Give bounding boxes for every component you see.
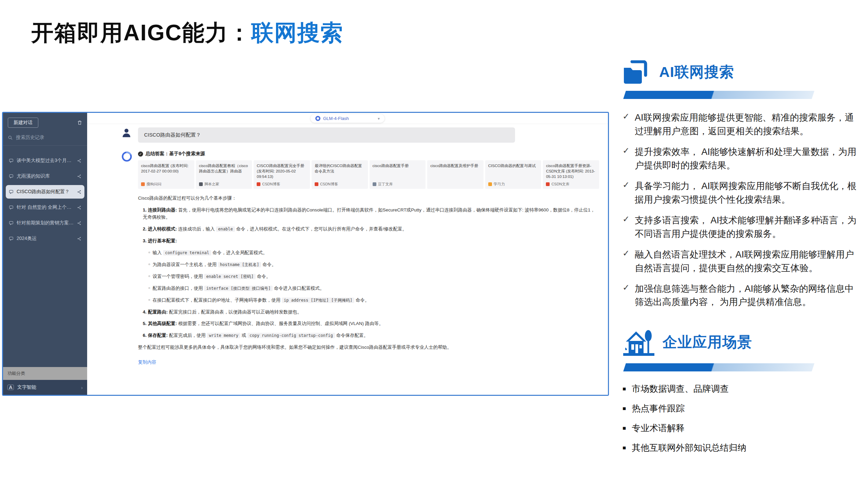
check-icon: ✓: [623, 282, 630, 309]
site-favicon-icon: [315, 182, 318, 186]
site-name: 豆丁文库: [378, 182, 393, 187]
sidebar-divider: [3, 145, 87, 146]
new-chat-button[interactable]: 新建对话: [8, 118, 38, 128]
bold-text: 进入特权模式:: [148, 226, 177, 231]
source-card[interactable]: CISCO路由器的配置与调试学习力: [485, 160, 541, 189]
share-icon[interactable]: [77, 221, 81, 225]
inline-code: configure terminal: [163, 250, 211, 256]
share-icon[interactable]: [77, 237, 81, 241]
sidebar-spacer: [3, 245, 87, 367]
source-card[interactable]: cisco路由器配置手册豆丁文库: [370, 160, 426, 189]
model-selector[interactable]: GLM-4-Flash ▾: [311, 114, 384, 123]
line-marker: ○: [148, 298, 150, 302]
line-marker: 2.: [143, 226, 146, 231]
source-card[interactable]: cisco路由器配置手册资源-CSDN文库 (发布时间: 2013-05-31 …: [543, 160, 599, 189]
inline-code: copy running-config startup-config: [248, 333, 335, 338]
history-item[interactable]: CISCO路由器如何配置？: [6, 185, 84, 199]
source-card[interactable]: 最详细的CISCO路由器配置命令及方法CSDN博客: [312, 160, 368, 189]
source-card-title: cisco路由器配置手册: [373, 163, 423, 168]
history-item[interactable]: 针对前期策划的营销方案. 请...: [6, 216, 84, 230]
folder-copy-icon: [623, 60, 652, 84]
text-intelligence-label: 文字智能: [17, 384, 36, 390]
page-title: 开箱即用AIGC能力：联网搜索: [31, 18, 343, 48]
share-icon[interactable]: [77, 205, 81, 210]
house-tree-icon: [623, 328, 655, 357]
history-item-label: 针对 自然堂的 全网上个季...: [17, 204, 74, 210]
source-cards: cisco路由器配置 (发布时间: 2017-02-27 00:00:00)搜狗…: [138, 160, 599, 189]
section1-underline-bar: [623, 91, 814, 99]
scenario-item: ■市场数据调查、品牌调查: [623, 383, 862, 395]
bold-text: 配置路由:: [148, 309, 168, 314]
inline-code: interface [接口类型 接口编号]: [204, 286, 273, 291]
answer-line: 6.保存配置: 配置完成后，使用 write memory 或 copy run…: [138, 332, 599, 339]
chevron-right-icon: ›: [81, 385, 83, 390]
section2-item-list: ■市场数据调查、品牌调查■热点事件跟踪■专业术语解释■其他互联网外部知识总结归纳: [623, 383, 862, 454]
check-icon: ✓: [623, 214, 630, 241]
answer-line: 5.其他高级配置: 根据需要，您还可以配置广域网协议、路由协议、服务质量及访问控…: [138, 320, 599, 327]
inline-code: write memory: [207, 333, 240, 338]
history-item[interactable]: 2024奥运: [6, 232, 84, 245]
chat-header: GLM-4-Flash ▾: [87, 113, 608, 124]
feature-bullet-text: 支持多语言搜索， AI技术能够理解并翻译多种语言，为不同语言用户提供便捷的搜索服…: [635, 214, 862, 241]
trash-icon[interactable]: [77, 120, 82, 125]
user-message-bubble: CISCO路由器如何配置？: [138, 127, 515, 143]
feature-bullet-text: 加强信息筛选与整合能力，AI能够从繁杂的网络信息中筛选出高质量内容， 为用户提供…: [635, 282, 862, 309]
answer-line: ○输入 configure terminal 命令，进入全局配置模式。: [138, 249, 599, 257]
site-name: CSDN文库: [551, 182, 569, 187]
section2-underline-bar: [623, 363, 814, 371]
chat-bubble-icon: [9, 189, 14, 194]
bold-text: 其他高级配置:: [148, 321, 177, 326]
line-marker: ○: [148, 250, 150, 254]
inline-code: enable secret [密码]: [204, 274, 256, 279]
source-card-site: CSDN博客: [257, 182, 307, 186]
search-history-row[interactable]: 搜索历史记录: [8, 135, 82, 141]
source-card-site: 搜狗问问: [141, 182, 191, 186]
history-item-label: CISCO路由器如何配置？: [17, 189, 74, 195]
line-marker: 4.: [143, 309, 146, 314]
history-item-label: 针对前期策划的营销方案. 请...: [17, 220, 74, 226]
copy-content-link[interactable]: 复制内容: [138, 359, 156, 365]
scenario-item: ■热点事件跟踪: [623, 403, 862, 414]
section1-header: AI联网搜索: [623, 60, 862, 84]
source-card-title: 最详细的CISCO路由器配置命令及方法: [315, 163, 365, 174]
section2-heading: 企业应用场景: [663, 332, 752, 352]
answer-line: 2.进入特权模式: 连接成功后，输入 enable 命令，进入特权模式。在这个模…: [138, 226, 599, 233]
sidebar-item-text-intelligence[interactable]: A 文字智能 ›: [3, 380, 87, 395]
summary-label: 总结答案：基于8个搜索来源: [145, 151, 205, 157]
section1-bullet-list: ✓AI联网搜索应用能够提供更智能、精准的搜索服务，通过理解用户意图，返回更相关的…: [623, 111, 862, 309]
scenario-item-text: 热点事件跟踪: [632, 403, 685, 414]
category-band: 功能分类: [3, 367, 87, 380]
chat-bubble-icon: [9, 174, 14, 179]
answer-line: 3.进行基本配置:: [138, 238, 599, 245]
share-icon[interactable]: [77, 159, 81, 163]
chevron-down-icon: ▾: [378, 116, 380, 121]
assistant-message-content: ✓ 总结答案：基于8个搜索来源 cisco路由器配置 (发布时间: 2017-0…: [138, 151, 608, 365]
history-item[interactable]: 尤雨溪的知识库: [6, 169, 84, 183]
feature-bullet-text: 具备学习能力， AI联网搜索应用能够不断自我优化，根据用户搜索习惯提供个性化搜索…: [635, 180, 862, 207]
source-card[interactable]: cisco路由器配置及维护手册: [427, 160, 484, 189]
source-card-site: 脚本之家: [199, 182, 249, 186]
line-marker: 3.: [143, 238, 146, 243]
feature-bullet: ✓具备学习能力， AI联网搜索应用能够不断自我优化，根据用户搜索习惯提供个性化搜…: [623, 180, 862, 207]
share-icon[interactable]: [77, 190, 81, 194]
bold-text: 进行基本配置:: [148, 238, 177, 243]
feature-bullet-text: 提升搜索效率， AI能够快速解析和处理大量数据，为用户提供即时的搜索结果。: [635, 145, 862, 172]
user-message-row: CISCO路由器如何配置？: [121, 127, 608, 143]
source-card[interactable]: CISCO路由器配置完全手册 (发布时间: 2020-05-02 09:54:1…: [254, 160, 310, 189]
share-icon[interactable]: [77, 174, 81, 179]
source-card[interactable]: cisco路由器配置 (发布时间: 2017-02-27 00:00:00)搜狗…: [138, 160, 194, 189]
feature-bullet: ✓提升搜索效率， AI能够快速解析和处理大量数据，为用户提供即时的搜索结果。: [623, 145, 862, 172]
line-marker: 5.: [143, 321, 146, 326]
source-card[interactable]: cisco路由器配置教程（cisco 路由器怎么配置）路由器脚本之家: [196, 160, 252, 189]
answer-line: 4.配置路由: 配置完接口后，配置路由表，以便路由器可以正确地转发数据包。: [138, 309, 599, 316]
source-card-site: CSDN文库: [546, 182, 596, 186]
bold-text: 连接到路由器:: [148, 207, 177, 212]
answer-line: ○在接口配置模式下，配置接口的IP地址、子网掩码等参数，使用 ip addres…: [138, 297, 599, 304]
chat-bubble-icon: [9, 205, 14, 210]
history-item-label: 尤雨溪的知识库: [17, 173, 74, 179]
history-item[interactable]: 谈中美大模型过去3个月的...: [6, 154, 84, 167]
source-card-site: 学习力: [488, 182, 538, 186]
line-marker: 1.: [143, 207, 146, 212]
history-item[interactable]: 针对 自然堂的 全网上个季...: [6, 201, 84, 214]
scenario-item-text: 专业术语解释: [632, 422, 685, 434]
